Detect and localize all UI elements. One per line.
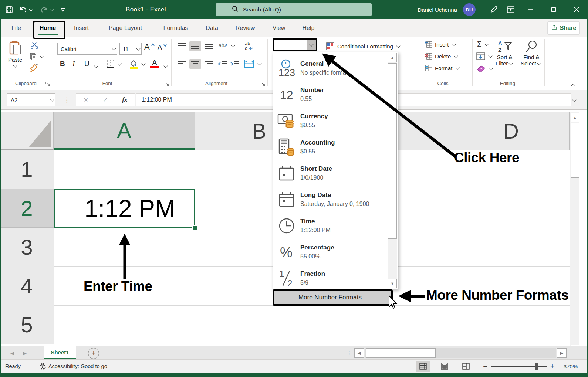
hscroll-right-button[interactable]: ▶ [557,348,567,358]
conditional-formatting-dropdown-chevron[interactable] [396,44,400,48]
row-header-2[interactable]: 2 [0,189,54,228]
menu-item-accounting[interactable]: Accounting$0.55 [273,134,384,160]
tab-insert[interactable]: Insert [70,19,93,37]
menu-item-general[interactable]: 123GeneralNo specific format [273,55,384,81]
cut-button[interactable] [30,41,38,49]
name-box-chevron[interactable] [50,97,54,101]
font-color-button[interactable]: A [150,58,159,68]
conditional-formatting-button[interactable]: Conditional Formatting [326,42,401,50]
redo-button[interactable] [39,6,55,14]
avatar[interactable]: DU [463,3,476,16]
align-right-button[interactable] [204,61,213,67]
font-name-combo[interactable]: Calibri [57,43,117,55]
more-number-formats-button[interactable]: More Number Formats... [273,289,393,306]
autosum-dropdown-chevron[interactable] [485,42,489,46]
share-button[interactable]: Share [547,21,580,35]
underline-button[interactable]: U [84,60,89,68]
cell-A2[interactable]: 1:12 PM [54,189,195,228]
format-painter-button[interactable] [30,64,39,72]
normal-view-button[interactable] [416,361,430,372]
clear-dropdown-chevron[interactable] [489,66,493,70]
insert-cells-button[interactable]: Insert [425,41,457,48]
find-select-button[interactable]: Find & Select [521,40,542,67]
page-layout-view-button[interactable] [437,361,452,372]
scroll-up-button[interactable]: ▲ [571,113,579,122]
menu-scroll-down-button[interactable]: ▼ [388,279,397,288]
column-header-D[interactable]: D [453,112,570,150]
copy-dropdown-chevron[interactable] [40,54,44,58]
sort-filter-button[interactable]: A Z Sort & Filter [496,40,514,67]
minimize-button[interactable] [519,0,542,19]
align-bottom-button[interactable] [204,43,213,50]
row-header-1[interactable]: 1 [0,150,54,189]
zoom-out-button[interactable]: − [483,362,487,371]
italic-button[interactable]: I [72,60,75,68]
menu-scroll-thumb[interactable] [388,63,397,239]
copy-button[interactable] [30,52,45,61]
column-header-A[interactable]: A [54,112,195,150]
vertical-scrollbar[interactable]: ▲ ▼ [570,112,579,355]
borders-dropdown-chevron[interactable] [118,61,122,65]
sheet-tab[interactable]: Sheet1 [44,346,76,360]
align-top-button[interactable] [178,43,186,50]
tab-formulas[interactable]: Formulas [159,19,192,37]
menu-item-long-date[interactable]: Long DateSaturday, January 0, 1900 [273,186,384,213]
zoom-slider[interactable] [491,363,547,370]
maximize-button[interactable] [542,0,565,19]
menu-item-fraction[interactable]: 12Fraction5/9 [273,265,384,291]
horizontal-scroll-thumb[interactable] [366,348,436,358]
new-sheet-button[interactable]: + [88,348,99,359]
orientation-dropdown-chevron[interactable] [231,43,235,47]
alignment-dialog-launcher[interactable] [261,81,266,87]
ribbon-display-options-icon[interactable] [502,0,519,19]
number-format-dropdown-button[interactable] [307,40,316,50]
tab-help[interactable]: Help [299,19,318,37]
paste-button[interactable]: Paste [8,41,22,68]
decrease-indent-button[interactable] [217,61,227,67]
fill-dropdown-chevron[interactable] [488,54,492,58]
align-center-button[interactable] [189,59,201,69]
menu-scroll-up-button[interactable]: ▲ [388,53,397,62]
name-box[interactable]: A2 [7,93,55,106]
merge-center-dropdown-chevron[interactable] [257,61,261,65]
hscroll-left-button[interactable]: ◀ [354,348,364,358]
customize-quick-access-toolbar-icon[interactable] [60,7,66,13]
user-name[interactable]: Daniel Uchenna [418,7,457,13]
select-all-button[interactable] [0,112,54,150]
tab-review[interactable]: Review [232,19,258,37]
sheet-nav-left-icon[interactable]: ◀ [10,346,14,360]
number-format-combo[interactable] [273,38,317,51]
tab-data[interactable]: Data [203,19,221,37]
fill-color-dropdown-chevron[interactable] [141,61,145,65]
row-header-5[interactable]: 5 [0,305,54,344]
row-header-3[interactable]: 3 [0,228,54,266]
delete-cells-button[interactable]: Delete [425,52,459,60]
delete-dropdown-chevron[interactable] [454,54,458,58]
clipboard-dialog-launcher[interactable] [45,81,51,87]
paste-dropdown-chevron[interactable] [13,63,17,67]
insert-dropdown-chevron[interactable] [452,42,456,46]
formula-bar-resize-dots[interactable]: ⋮ [64,96,69,104]
collapse-ribbon-chevron[interactable] [571,84,575,88]
align-left-button[interactable] [178,61,186,67]
font-dialog-launcher[interactable] [165,81,170,87]
decrease-font-size-button[interactable]: A [158,44,167,51]
close-button[interactable] [565,0,588,19]
zoom-slider-thumb[interactable] [535,363,538,370]
fill-color-button[interactable] [129,59,146,69]
menu-scrollbar[interactable]: ▲ ▼ [388,53,397,288]
align-middle-button[interactable] [189,41,201,51]
font-size-combo[interactable]: 11 [119,43,142,55]
undo-button[interactable] [18,6,34,14]
menu-item-percentage[interactable]: %Percentage55.00% [273,239,384,265]
increase-indent-button[interactable] [230,61,240,67]
format-dropdown-chevron[interactable] [456,65,460,69]
tab-file[interactable]: File [7,19,25,37]
tab-view[interactable]: View [268,19,289,37]
orientation-button[interactable]: ab [218,41,236,50]
row-header-4[interactable]: 4 [0,266,54,305]
menu-item-time[interactable]: Time1:12:00 PM [273,213,384,239]
insert-function-icon[interactable]: fx [122,96,127,103]
cancel-formula-icon[interactable]: ✕ [84,96,88,103]
clear-button[interactable] [476,64,494,72]
